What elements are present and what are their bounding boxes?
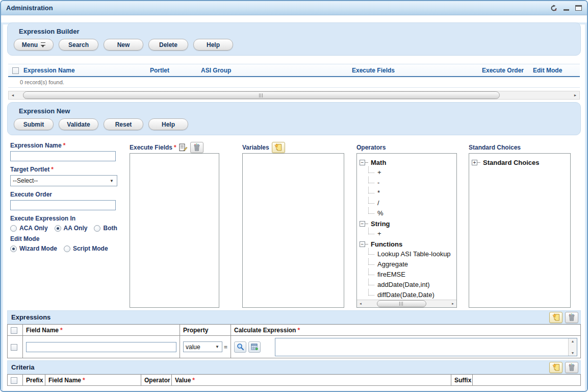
execute-fields-column: Execute Fields* — [130, 142, 219, 308]
execute-fields-label-row: Execute Fields* — [130, 142, 219, 153]
required-marker: * — [174, 144, 176, 151]
execute-fields-listbox[interactable] — [130, 153, 219, 308]
search-field-button[interactable] — [234, 341, 246, 353]
menu-button[interactable]: Menu — [14, 39, 54, 51]
radio-button-icon[interactable] — [55, 225, 61, 232]
column-execute-order[interactable]: Execute Order — [482, 67, 533, 74]
tree-connector — [365, 244, 368, 244]
operator-plus[interactable]: + — [360, 167, 455, 178]
radio-button-icon[interactable] — [94, 225, 100, 232]
operator-divide[interactable]: / — [360, 198, 455, 208]
operator-modulo[interactable]: % — [360, 208, 455, 218]
operator-multiply[interactable]: * — [360, 188, 455, 198]
reset-button[interactable]: Reset — [104, 118, 143, 130]
radio-button-icon[interactable] — [10, 246, 17, 252]
new-button[interactable]: New — [104, 39, 143, 51]
validate-button[interactable]: Validate — [59, 118, 98, 130]
field-name-input[interactable] — [26, 342, 176, 352]
maximize-button[interactable] — [575, 5, 582, 11]
expression-builder-button[interactable] — [248, 341, 261, 353]
function-lookup-asi-table[interactable]: Lookup ASI Table-lookup — [360, 249, 455, 259]
variables-column: Variables — [242, 142, 344, 308]
edit-fields-icon[interactable] — [179, 143, 188, 152]
variables-listbox[interactable] — [242, 153, 344, 308]
function-aggregate[interactable]: Aggregate — [360, 259, 455, 270]
criteria-header-row: Prefix Field Name* Operator Value* Suffi… — [8, 375, 581, 386]
radio-button-icon[interactable] — [64, 246, 70, 252]
radio-script-mode[interactable]: Script Mode — [64, 245, 108, 252]
scrollbar-thumb[interactable] — [377, 300, 426, 307]
column-edit-mode[interactable]: Edit Mode — [533, 67, 580, 74]
radio-button-icon[interactable] — [10, 225, 17, 232]
delete-button[interactable]: Delete — [148, 39, 188, 51]
variables-label-row: Variables — [242, 142, 344, 153]
search-button[interactable]: Search — [59, 39, 98, 51]
criteria-section-actions — [549, 362, 578, 373]
variables-label: Variables — [242, 144, 269, 151]
tree-connector — [365, 224, 368, 224]
expression-builder-panel: Expression Builder Menu Search New Delet… — [7, 22, 581, 56]
function-diff-date[interactable]: diffDate(Date,Date) — [360, 290, 455, 300]
target-portlet-select[interactable]: --Select-- ▼ — [10, 175, 117, 186]
add-expression-row-button[interactable] — [549, 312, 563, 323]
operators-horizontal-scrollbar[interactable]: ◄ ► — [357, 300, 456, 307]
calculate-expression-value[interactable] — [275, 338, 568, 356]
scroll-right-arrow-icon[interactable]: ► — [449, 300, 456, 307]
tree-node-functions[interactable]: − Functions — [360, 239, 455, 249]
column-execute-fields[interactable]: Execute Fields — [352, 67, 482, 74]
criteria-select-all-checkbox[interactable] — [11, 377, 17, 384]
help-button[interactable]: Help — [193, 39, 233, 51]
operator-minus[interactable]: - — [360, 178, 455, 188]
tree-node-standard-choices[interactable]: + Standard Choices — [472, 157, 569, 167]
delete-execute-field-button[interactable] — [190, 142, 203, 153]
tree-node-string[interactable]: − String — [360, 218, 455, 229]
scrollbar-grip-icon — [259, 93, 263, 97]
window-title: Administration — [6, 4, 53, 12]
delete-criteria-row-button[interactable] — [565, 362, 578, 373]
scroll-left-arrow-icon[interactable]: ◄ — [9, 91, 17, 99]
add-variable-button[interactable] — [272, 142, 285, 153]
results-horizontal-scrollbar[interactable]: ◄ ► — [8, 91, 580, 100]
collapse-icon[interactable]: − — [360, 221, 365, 227]
property-select[interactable]: value ▼ — [183, 341, 222, 352]
add-criteria-row-button[interactable] — [549, 362, 563, 373]
function-fire-emse[interactable]: fireEMSE — [360, 270, 455, 280]
radio-both[interactable]: Both — [94, 225, 117, 232]
collapse-icon[interactable]: − — [360, 160, 365, 165]
execute-order-input[interactable] — [10, 200, 116, 210]
scrollbar-track[interactable] — [17, 91, 571, 99]
function-add-date[interactable]: addDate(Date,int) — [360, 280, 455, 290]
column-asi-group[interactable]: ASI Group — [201, 67, 352, 74]
scroll-up-arrow-icon[interactable]: ▲ — [571, 339, 575, 343]
help-button-2[interactable]: Help — [148, 118, 188, 130]
column-portlet[interactable]: Portlet — [150, 67, 201, 74]
textarea-scrollbar[interactable]: ▲ ▼ — [568, 338, 577, 356]
required-marker: * — [297, 327, 300, 334]
select-all-checkbox[interactable] — [12, 67, 19, 74]
execute-fields-label: Execute Fields* — [130, 144, 176, 151]
refresh-icon[interactable] — [550, 5, 557, 12]
radio-aa-only[interactable]: AA Only — [55, 225, 88, 232]
scrollbar-thumb[interactable] — [23, 91, 500, 99]
scroll-left-arrow-icon[interactable]: ◄ — [357, 300, 364, 307]
radio-aca-only[interactable]: ACA Only — [10, 225, 48, 232]
required-marker: * — [63, 142, 66, 149]
expressions-select-all-checkbox[interactable] — [11, 327, 17, 334]
minimize-button[interactable] — [564, 6, 569, 11]
tree-node-math[interactable]: − Math — [360, 157, 455, 167]
scroll-down-arrow-icon[interactable]: ▼ — [571, 351, 575, 355]
expression-name-input[interactable] — [10, 151, 116, 161]
expression-new-panel: Expression New Submit Validate Reset Hel… — [7, 102, 581, 135]
row-select-checkbox[interactable] — [11, 344, 17, 351]
scrollbar-track[interactable] — [364, 300, 449, 307]
collapse-icon[interactable]: − — [360, 241, 365, 247]
delete-expression-row-button[interactable] — [565, 312, 578, 323]
search-icon — [237, 343, 244, 351]
operator-string-concat[interactable]: + — [360, 229, 455, 239]
scroll-right-arrow-icon[interactable]: ► — [571, 91, 579, 99]
expand-icon[interactable]: + — [472, 160, 477, 165]
column-expression-name[interactable]: Expression Name — [23, 67, 150, 74]
calculate-expression-textarea[interactable]: ▲ ▼ — [275, 338, 577, 356]
submit-button[interactable]: Submit — [14, 118, 54, 130]
radio-wizard-mode[interactable]: Wizard Mode — [10, 245, 57, 252]
